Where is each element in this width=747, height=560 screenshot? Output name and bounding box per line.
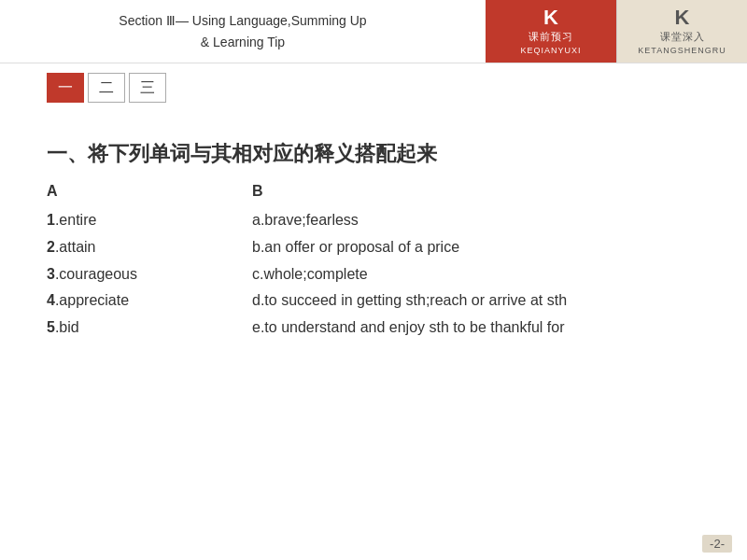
vocab-table: A 1.entire 2.attain 3.courageous 4.appre…: [47, 183, 700, 342]
list-item: b.an offer or proposal of a price: [252, 234, 700, 261]
nav-btn-1[interactable]: 一: [47, 73, 84, 103]
page-number: -2-: [702, 535, 732, 553]
list-item: e.to understand and enjoy sth to be than…: [252, 315, 700, 342]
tab2-k-letter: K: [675, 7, 690, 28]
tab-ketangshengru[interactable]: K 课堂深入 KETANGSHENGRU: [616, 0, 747, 63]
header-title: Section Ⅲ— Using Language,Summing Up & L…: [0, 0, 486, 63]
main-content: 一、将下列单词与其相对应的释义搭配起来 A 1.entire 2.attain …: [0, 112, 747, 360]
list-item: 5.bid: [47, 315, 252, 342]
nav-buttons-container: 一 二 三: [0, 63, 747, 112]
tab1-k-letter: K: [543, 7, 558, 28]
col-b-header: B: [252, 183, 700, 200]
list-item: 4.appreciate: [47, 287, 252, 315]
tab1-pinyin: KEQIANYUXI: [520, 46, 581, 55]
list-item: 3.courageous: [47, 261, 252, 288]
list-item: c.whole;complete: [252, 261, 700, 288]
title-line1: Section Ⅲ— Using Language,Summing Up: [119, 10, 366, 31]
list-item: 2.attain: [47, 234, 252, 261]
nav-btn-3[interactable]: 三: [129, 73, 166, 103]
list-item: d.to succeed in getting sth;reach or arr…: [252, 287, 700, 315]
section-title: 一、将下列单词与其相对应的释义搭配起来: [47, 140, 700, 168]
list-item: 1.entire: [47, 207, 252, 234]
nav-btn-2[interactable]: 二: [88, 73, 125, 103]
title-line2: & Learning Tip: [201, 32, 285, 52]
tab-keqianyuxi[interactable]: K 课前预习 KEQIANYUXI: [486, 0, 616, 63]
col-a-header: A: [47, 183, 252, 200]
col-b: B a.brave;fearless b.an offer or proposa…: [252, 183, 700, 342]
tab2-pinyin: KETANGSHENGRU: [638, 46, 726, 55]
list-item: a.brave;fearless: [252, 207, 700, 234]
header: Section Ⅲ— Using Language,Summing Up & L…: [0, 0, 747, 63]
tab2-label: 课堂深入: [660, 30, 705, 44]
tab1-label: 课前预习: [529, 30, 573, 44]
col-a: A 1.entire 2.attain 3.courageous 4.appre…: [47, 183, 252, 342]
